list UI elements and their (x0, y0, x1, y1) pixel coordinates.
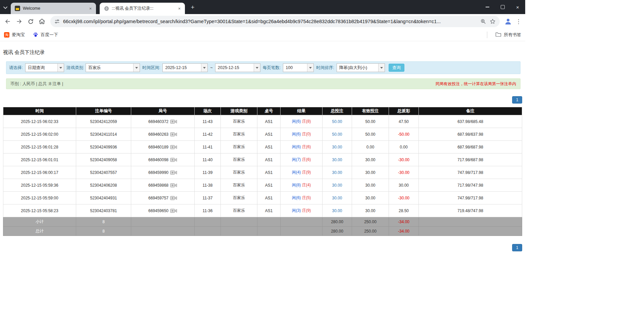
reload-button[interactable] (25, 16, 36, 27)
cell-round-number: 669459868 (131, 179, 195, 192)
new-tab-button[interactable]: + (188, 3, 197, 12)
maximize-button[interactable] (495, 0, 510, 14)
chevron-down-icon[interactable] (57, 64, 64, 72)
chevron-down-icon[interactable] (254, 64, 260, 72)
back-button[interactable] (2, 16, 13, 27)
tab-close-icon[interactable]: × (88, 6, 93, 11)
video-replay-icon[interactable] (170, 132, 177, 137)
game-type-select[interactable]: 百家乐 (86, 63, 140, 72)
total-bet-link[interactable]: 30.00 (332, 183, 342, 188)
chevron-down-icon[interactable] (201, 64, 207, 72)
date-from-select[interactable]: 2025-12-15 (162, 63, 208, 72)
cell-round-number: 669460372 (131, 115, 195, 128)
video-replay-icon[interactable] (170, 145, 177, 149)
empty-cell (419, 227, 522, 236)
video-replay-icon[interactable] (170, 158, 177, 162)
cell-table-number: AS1 (257, 115, 281, 128)
column-header: 时间 (3, 107, 76, 115)
total-bet-link[interactable]: 50.00 (332, 119, 342, 124)
cell-game-type: 百家乐 (221, 153, 257, 166)
cell-valid-bet: 30.00 (352, 192, 389, 204)
cell-game-type: 百家乐 (221, 192, 257, 204)
result-banker: 庄(4) (302, 183, 311, 187)
query-type-select[interactable]: 日期查询 (25, 63, 64, 72)
video-replay-icon[interactable] (170, 196, 177, 200)
close-window-button[interactable]: × (510, 0, 525, 14)
result-player: 闲(6) (292, 132, 301, 136)
video-replay-icon[interactable] (170, 170, 177, 175)
cell-result: 闲(7) 庄(6) (281, 153, 323, 166)
cell-table-number: AS1 (257, 128, 281, 141)
video-replay-icon[interactable] (170, 119, 177, 124)
total-bet-link[interactable]: 30.00 (332, 196, 342, 200)
address-bar[interactable]: 66cxkj98.com/ipl/portal.php/game/betreco… (50, 16, 500, 27)
total-bet-link[interactable]: 30.00 (332, 145, 342, 149)
bookmark-label: 百度一下 (41, 32, 58, 38)
date-separator: ~ (210, 65, 212, 70)
total-bet-link[interactable]: 30.00 (332, 158, 342, 162)
cell-game-type: 百家乐 (221, 166, 257, 179)
bookmark-label: 爱淘宝 (12, 32, 25, 38)
bookmark-star-icon[interactable] (490, 18, 496, 24)
round-number: 669460098 (148, 158, 168, 162)
video-replay-icon[interactable] (170, 208, 177, 213)
grand-total-payout: -34.00 (389, 227, 419, 236)
bookmark-taobao[interactable]: 淘 爱淘宝 (4, 32, 25, 38)
tab-betrecord[interactable]: :::视讯 会员下注纪录::: × (100, 3, 185, 14)
empty-cell (131, 227, 195, 236)
cell-valid-bet: 0.00 (352, 141, 389, 153)
cell-total-bet: 50.00 (323, 115, 352, 128)
search-button[interactable]: 查询 (389, 64, 404, 72)
page-content: 视讯 会员下注纪录 请选择: 日期查询 游戏类别 百家乐 时间区间: 2025-… (0, 41, 525, 251)
bookmarks-bar: 淘 爱淘宝 百度一下 所有书签 (0, 29, 525, 41)
table-body: 2025-12-15 06:02:33 523042412059 6694603… (3, 115, 522, 217)
cell-result: 闲(6) 庄(6) (281, 141, 323, 153)
bookmark-baidu[interactable]: 百度一下 (33, 32, 58, 38)
home-button[interactable] (36, 16, 48, 27)
cell-bet-number: 523042412059 (76, 115, 131, 128)
minimize-button[interactable] (480, 0, 495, 14)
browser-menu-icon[interactable]: ⋮ (514, 16, 523, 27)
cell-total-bet: 30.00 (323, 204, 352, 217)
total-bet-link[interactable]: 30.00 (332, 170, 342, 175)
bet-record-row: 2025-12-15 05:59:36 523042406208 6694598… (3, 179, 522, 192)
profile-avatar-icon[interactable] (502, 16, 514, 27)
taobao-icon: 淘 (4, 32, 9, 38)
per-page-select[interactable]: 100 (283, 63, 314, 72)
sort-select[interactable]: 降幂(由大到小) (337, 63, 385, 72)
forward-button[interactable] (13, 16, 25, 27)
tab-close-icon[interactable]: × (177, 6, 182, 11)
empty-cell (257, 227, 281, 236)
total-bet-link[interactable]: 50.00 (332, 132, 342, 137)
cell-payout: -30.00 (389, 166, 419, 179)
cell-game-type: 百家乐 (221, 128, 257, 141)
chevron-down-icon[interactable] (307, 64, 313, 72)
bookmarks-divider (487, 32, 487, 38)
page-1-button[interactable]: 1 (512, 244, 522, 251)
empty-cell (221, 227, 257, 236)
chevron-down-icon[interactable] (133, 64, 140, 72)
tab-welcome[interactable]: Welcome × (11, 3, 96, 14)
result-banker: 庄(6) (302, 144, 311, 149)
cell-result: 闲(6) 庄(0) (281, 128, 323, 141)
cell-note: 719.48/747.98 (419, 204, 522, 217)
page-1-button[interactable]: 1 (512, 96, 522, 104)
cell-payout: -50.00 (389, 128, 419, 141)
video-replay-icon[interactable] (170, 183, 177, 188)
date-to-select[interactable]: 2025-12-15 (215, 63, 260, 72)
chevron-down-icon[interactable] (378, 64, 385, 72)
cell-payout: -30.00 (389, 153, 419, 166)
cell-session: 11-39 (195, 166, 221, 179)
result-player: 闲(7) (292, 157, 301, 162)
site-info-tune-icon[interactable] (54, 19, 60, 24)
game-type-value: 百家乐 (86, 64, 133, 72)
cell-bet-number: 523042403781 (76, 204, 131, 217)
all-bookmarks-button[interactable]: 所有书签 (495, 32, 521, 38)
total-bet-link[interactable]: 30.00 (332, 208, 342, 213)
result-banker: 庄(5) (302, 195, 311, 200)
zoom-icon[interactable] (480, 18, 486, 24)
url-input[interactable]: 66cxkj98.com/ipl/portal.php/game/betreco… (63, 19, 477, 24)
sort-value: 降幂(由大到小) (337, 64, 378, 72)
tab-search-chevron-icon[interactable] (0, 3, 11, 13)
round-number: 669459990 (148, 170, 168, 175)
